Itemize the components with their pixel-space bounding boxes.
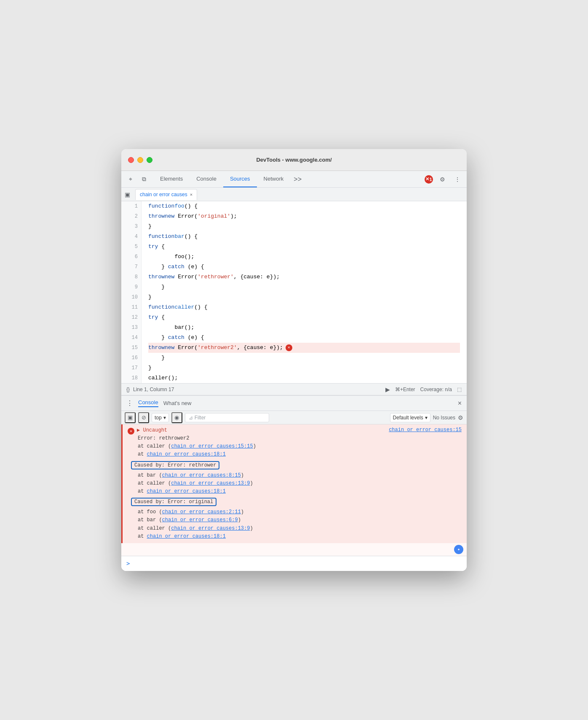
cb2-stack-3: at chain or error causes:18:1 — [128, 533, 462, 541]
top-chevron-icon: ▾ — [163, 415, 166, 421]
top-label: top — [155, 415, 162, 421]
console-prompt: > — [126, 560, 130, 567]
cb2-link-1[interactable]: chain or error causes:6:9 — [162, 517, 238, 523]
console-close-icon[interactable]: × — [458, 400, 462, 407]
cb1-stack-1: at caller (chain or error causes:13:9) — [128, 480, 462, 488]
code-line-3: } — [148, 221, 460, 232]
clear-console-icon[interactable]: ⊘ — [138, 412, 149, 423]
cb1-link-2[interactable]: chain or error causes:18:1 — [147, 488, 226, 494]
cursor-icon[interactable]: ⌖ — [125, 173, 136, 185]
no-issues-label: No Issues — [433, 415, 455, 421]
cb1-link-1[interactable]: chain or error causes:13:9 — [171, 480, 250, 486]
error-x-icon: ✕ — [425, 176, 429, 182]
error-source-link[interactable]: chain or error causes:15 — [389, 427, 462, 433]
tab-whats-new[interactable]: What's new — [163, 400, 192, 406]
status-left: {} Line 1, Column 17 — [126, 387, 174, 392]
stack-link-1[interactable]: chain or error causes:18:1 — [147, 451, 226, 457]
maximize-button[interactable] — [147, 157, 152, 163]
error-type-line: Error: rethrower2 — [128, 435, 462, 443]
code-line-10: } — [148, 292, 460, 302]
titlebar: DevTools - www.google.com/ — [121, 149, 467, 171]
devtools-topbar: ⌖ ⧉ Elements Console Sources Network >> … — [121, 171, 467, 188]
format-icon[interactable]: {} — [126, 387, 130, 392]
console-settings-icon[interactable]: ⚙ — [458, 414, 463, 421]
code-lines: function foo() { throw new Error('origin… — [142, 201, 467, 383]
cb2-link-3[interactable]: chain or error causes:18:1 — [147, 533, 226, 539]
tab-elements[interactable]: Elements — [153, 171, 190, 187]
console-more-icon[interactable]: ⋮ — [126, 399, 133, 407]
console-sidebar-toggle[interactable]: ▣ — [125, 412, 136, 423]
console-messages: ✕ ▶ Uncaught chain or error causes:15 Er… — [121, 424, 467, 556]
devtools-icons: ⌖ ⧉ — [125, 173, 150, 185]
code-line-17: } — [148, 363, 460, 373]
uncaught-label: ▶ Uncaught — [137, 427, 167, 433]
cb2-stack-2: at caller (chain or error causes:13:9) — [128, 525, 462, 533]
stack-line-1: at chain or error causes:18:1 — [128, 451, 462, 459]
window-controls — [128, 157, 152, 163]
layers-icon[interactable]: ⧉ — [138, 173, 150, 185]
console-error-header: ✕ ▶ Uncaught chain or error causes:15 — [128, 427, 462, 435]
default-levels-selector[interactable]: Default levels ▾ — [390, 413, 430, 422]
code-line-12: try { — [148, 312, 460, 323]
coverage-info: Coverage: n/a — [420, 387, 452, 392]
console-toolbar: ▣ ⊘ top ▾ ◉ ⊿ Filter Default levels ▾ No… — [121, 411, 467, 424]
caused-by-1-container: Caused by: Error: rethrower — [128, 460, 462, 470]
line-numbers: 12345 678910 1112131415 161718 — [121, 201, 142, 383]
devtools-tabs: Elements Console Sources Network >> — [153, 171, 425, 187]
devtools-right: ✕ 1 ⚙ ⋮ — [425, 173, 463, 185]
code-line-7: } catch (e) { — [148, 262, 460, 272]
tab-sources[interactable]: Sources — [223, 171, 257, 187]
file-tab[interactable]: chain or error causes × — [135, 189, 197, 200]
code-line-5: try { — [148, 242, 460, 252]
default-levels-label: Default levels — [393, 415, 423, 421]
tab-console-active[interactable]: Console — [138, 399, 158, 407]
caused-by-2-box: Caused by: Error: original — [131, 498, 216, 506]
run-shortcut: ⌘+Enter — [395, 387, 415, 392]
eye-icon[interactable]: ◉ — [171, 412, 182, 423]
console-area: ⋮ Console What's new × ▣ ⊘ top ▾ ◉ ⊿ Fil… — [121, 395, 467, 571]
cb1-stack-0: at bar (chain or error causes:8:15) — [128, 472, 462, 480]
code-line-11: function caller() { — [148, 302, 460, 312]
tab-console[interactable]: Console — [190, 171, 223, 187]
top-selector[interactable]: top ▾ — [152, 413, 169, 422]
code-editor: 12345 678910 1112131415 161718 function … — [121, 201, 467, 383]
cb2-link-0[interactable]: chain or error causes:2:11 — [162, 509, 241, 515]
console-error-block: ✕ ▶ Uncaught chain or error causes:15 Er… — [121, 424, 467, 543]
cb1-link-0[interactable]: chain or error causes:8:15 — [162, 472, 241, 478]
ai-button-row: ✦ — [121, 543, 467, 556]
position-info: Line 1, Column 17 — [133, 387, 174, 392]
close-button[interactable] — [128, 157, 134, 163]
stack-link-0[interactable]: chain or error causes:15:15 — [171, 443, 253, 449]
code-line-13: bar(); — [148, 323, 460, 333]
code-line-18: caller(); — [148, 373, 460, 383]
ai-icon[interactable]: ✦ — [454, 545, 463, 554]
screenshot-icon[interactable]: ⬚ — [457, 387, 462, 392]
settings-icon[interactable]: ⚙ — [436, 173, 448, 185]
file-tab-close[interactable]: × — [190, 192, 192, 197]
error-dot-icon: ✕ — [128, 428, 134, 435]
tab-network[interactable]: Network — [257, 171, 291, 187]
code-content: 12345 678910 1112131415 161718 function … — [121, 201, 467, 383]
cb2-stack-0: at foo (chain or error causes:2:11) — [128, 508, 462, 516]
cb2-link-2[interactable]: chain or error causes:13:9 — [171, 525, 250, 531]
filter-icon: ⊿ — [189, 415, 193, 421]
filetab-bar: ▣ chain or error causes × — [121, 188, 467, 201]
code-line-6: foo(); — [148, 252, 460, 262]
console-input-area: > — [121, 556, 467, 571]
code-line-9: } — [148, 282, 460, 292]
run-button[interactable]: ▶ — [385, 386, 390, 393]
code-line-1: function foo() { — [148, 201, 460, 211]
error-icon-inline: ✕ — [286, 344, 292, 351]
code-line-14: } catch (e) { — [148, 333, 460, 343]
filter-box[interactable]: ⊿ Filter — [185, 413, 269, 422]
code-line-2: throw new Error('original'); — [148, 211, 460, 221]
more-tabs-button[interactable]: >> — [290, 176, 305, 183]
minimize-button[interactable] — [137, 157, 143, 163]
cb2-stack-1: at bar (chain or error causes:6:9) — [128, 516, 462, 524]
caused-by-2-container: Caused by: Error: original — [128, 497, 462, 507]
console-input-field[interactable] — [133, 560, 462, 566]
code-line-16: } — [148, 353, 460, 363]
sidebar-toggle-icon[interactable]: ▣ — [125, 191, 130, 198]
more-options-icon[interactable]: ⋮ — [452, 173, 463, 185]
status-right: ▶ ⌘+Enter Coverage: n/a ⬚ — [385, 386, 462, 393]
